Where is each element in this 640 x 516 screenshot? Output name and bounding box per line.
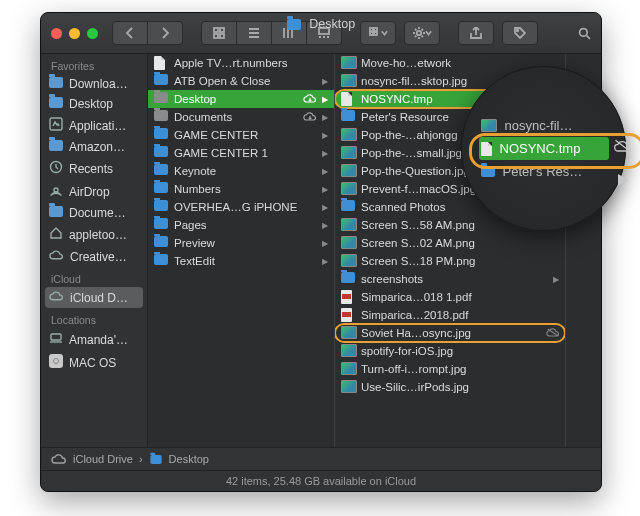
- sidebar-item[interactable]: AirDrop: [41, 180, 147, 203]
- svg-point-11: [580, 28, 588, 36]
- svg-rect-5: [370, 28, 373, 31]
- sidebar-item[interactable]: Recents: [41, 157, 147, 180]
- folder-icon: [154, 92, 168, 106]
- chevron-right-icon: ▶: [322, 167, 328, 176]
- file-name: Documents: [174, 111, 297, 123]
- document-file-icon: [154, 56, 168, 70]
- file-name: TextEdit: [174, 255, 316, 267]
- svg-rect-0: [214, 28, 218, 32]
- minimize-icon[interactable]: [69, 28, 80, 39]
- airdrop-icon: [49, 183, 63, 200]
- file-row[interactable]: Preview▶: [148, 234, 334, 252]
- sidebar: FavoritesDownloa…DesktopApplicati…Amazon…: [41, 54, 148, 447]
- view-gallery-icon[interactable]: [307, 21, 342, 45]
- file-name: GAME CENTER 1: [174, 147, 316, 159]
- folder-icon: [154, 164, 168, 178]
- sidebar-item[interactable]: Creative…: [41, 246, 147, 267]
- image-file-icon: [341, 128, 355, 142]
- sidebar-item[interactable]: Docume…: [41, 203, 147, 223]
- file-row[interactable]: Turn-off-i…rompt.jpg: [335, 360, 565, 378]
- svg-point-9: [416, 31, 420, 35]
- file-name: Preview: [174, 237, 316, 249]
- file-row[interactable]: Screen S…02 AM.png: [335, 234, 565, 252]
- sidebar-item[interactable]: iCloud D…: [45, 287, 143, 308]
- sidebar-item-label: Amanda'…: [69, 333, 128, 347]
- file-row[interactable]: GAME CENTER 1▶: [148, 144, 334, 162]
- file-row[interactable]: Keynote▶: [148, 162, 334, 180]
- sidebar-item[interactable]: Amanda'…: [41, 328, 147, 351]
- view-list-icon[interactable]: [237, 21, 272, 45]
- sidebar-item-label: MAC OS: [69, 356, 116, 370]
- file-row[interactable]: GAME CENTER▶: [148, 126, 334, 144]
- sidebar-item[interactable]: Amazon…: [41, 137, 147, 157]
- chevron-right-icon: ▶: [322, 149, 328, 158]
- file-row[interactable]: Apple TV…rt.numbers: [148, 54, 334, 72]
- file-row[interactable]: Screen S…18 PM.png: [335, 252, 565, 270]
- chevron-right-icon: ▶: [322, 221, 328, 230]
- sidebar-item-label: Docume…: [69, 206, 126, 220]
- sidebar-item[interactable]: Applicati…: [41, 114, 147, 137]
- computer-icon: [49, 331, 63, 348]
- svg-rect-8: [374, 32, 377, 35]
- sidebar-section-header: iCloud: [41, 267, 147, 287]
- tags-button[interactable]: [502, 21, 538, 45]
- share-button[interactable]: [458, 21, 494, 45]
- chevron-right-icon: ▶: [322, 131, 328, 140]
- magnifier-row: nosync-fil…: [479, 114, 609, 137]
- arrange-button[interactable]: [360, 21, 396, 45]
- file-row[interactable]: Documents▶: [148, 108, 334, 126]
- zoom-icon[interactable]: [87, 28, 98, 39]
- file-row[interactable]: TextEdit▶: [148, 252, 334, 270]
- svg-rect-7: [370, 32, 373, 35]
- window-controls: [51, 28, 98, 39]
- sidebar-item[interactable]: MAC OS: [41, 351, 147, 374]
- disk-icon: [49, 354, 63, 371]
- back-button[interactable]: [112, 21, 148, 45]
- file-name: screenshots: [361, 273, 547, 285]
- file-row[interactable]: ATB Open & Close▶: [148, 72, 334, 90]
- file-row[interactable]: Use-Silic…irPods.jpg: [335, 378, 565, 396]
- search-field[interactable]: [578, 27, 591, 40]
- sidebar-item-label: appletoo…: [69, 228, 127, 242]
- action-button[interactable]: [404, 21, 440, 45]
- folder-icon: [49, 206, 63, 220]
- file-name: ATB Open & Close: [174, 75, 316, 87]
- folder-icon: [154, 218, 168, 232]
- image-file-icon: [341, 254, 355, 268]
- file-name: Simparica…018 1.pdf: [361, 291, 559, 303]
- sidebar-item-label: Downloa…: [69, 77, 128, 91]
- view-columns-icon[interactable]: [272, 21, 307, 45]
- file-row[interactable]: screenshots▶: [335, 270, 565, 288]
- file-row[interactable]: Desktop▶: [148, 90, 334, 108]
- file-row[interactable]: OVERHEA…G iPHONE▶: [148, 198, 334, 216]
- applications-icon: [49, 117, 63, 134]
- file-row[interactable]: Pages▶: [148, 216, 334, 234]
- magnifier-row: Peter's Res…: [479, 160, 609, 183]
- document-file-icon: [341, 92, 355, 106]
- file-row[interactable]: Simparica…2018.pdf: [335, 306, 565, 324]
- close-icon[interactable]: [51, 28, 62, 39]
- view-icon-grid[interactable]: [201, 21, 237, 45]
- file-row[interactable]: spotify-for-iOS.jpg: [335, 342, 565, 360]
- file-row[interactable]: Simparica…018 1.pdf: [335, 288, 565, 306]
- forward-button[interactable]: [148, 21, 183, 45]
- file-row[interactable]: Soviet Ha…osync.jpg: [335, 324, 565, 342]
- sidebar-item[interactable]: appletoo…: [41, 223, 147, 246]
- path-segment[interactable]: iCloud Drive: [73, 453, 133, 465]
- svg-rect-15: [51, 334, 61, 340]
- path-segment[interactable]: Desktop: [169, 453, 209, 465]
- sidebar-item[interactable]: Downloa…: [41, 74, 147, 94]
- cloud-download-icon: [303, 93, 316, 106]
- sidebar-item[interactable]: Desktop: [41, 94, 147, 114]
- file-name: spotify-for-iOS.jpg: [361, 345, 559, 357]
- folder-icon: [341, 272, 355, 286]
- file-name: Apple TV…rt.numbers: [174, 57, 328, 69]
- cloud-icon: [49, 290, 64, 305]
- folder-icon: [154, 236, 168, 250]
- folder-icon: [150, 455, 161, 464]
- folder-icon: [481, 166, 495, 177]
- folder-icon: [154, 110, 168, 124]
- titlebar: Desktop: [41, 13, 601, 54]
- file-row[interactable]: Numbers▶: [148, 180, 334, 198]
- sidebar-section-header: Favorites: [41, 54, 147, 74]
